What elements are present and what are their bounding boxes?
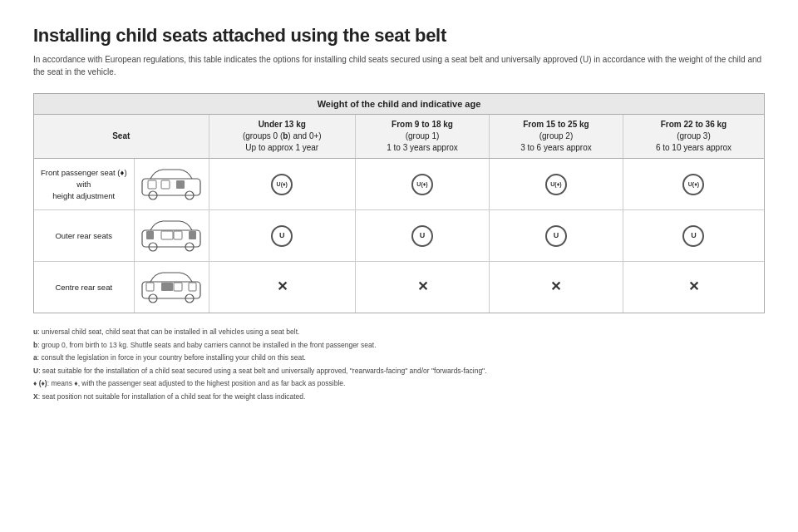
- footnote-5: ♦ (♦): means ♦, with the passenger seat …: [33, 378, 765, 390]
- cell-centre-2236: ✕: [623, 262, 764, 313]
- svg-rect-0: [142, 179, 200, 195]
- cell-centre-1525: ✕: [489, 262, 623, 313]
- car-diagram-outer-rear: [134, 210, 209, 262]
- cell-outer-918: U: [356, 210, 490, 262]
- cell-outer-1525: U: [489, 210, 623, 262]
- cell-centre-918: ✕: [356, 262, 490, 313]
- svg-rect-19: [161, 283, 173, 291]
- svg-rect-16: [174, 283, 182, 291]
- cell-outer-2236: U: [623, 210, 764, 262]
- cell-front-1525: U(♦): [489, 159, 623, 210]
- child-seat-table: Weight of the child and indicative age S…: [33, 93, 765, 313]
- table-row: Centre rear seat: [34, 262, 764, 313]
- svg-rect-10: [146, 231, 154, 239]
- table-sub-header-row: Seat Under 13 kg (groups 0 (b) and 0+)Up…: [34, 115, 764, 159]
- table-main-header-row: Weight of the child and indicative age: [34, 94, 764, 115]
- seat-label-outer-rear: Outer rear seats: [34, 210, 134, 262]
- svg-rect-3: [176, 180, 185, 189]
- table-row: Front passenger seat (♦) withheight adju…: [34, 159, 764, 210]
- page-title: Installing child seats attached using th…: [33, 25, 765, 47]
- table-row: Outer rear seats: [34, 210, 764, 262]
- col-header-9to18: From 9 to 18 kg (group 1)1 to 3 years ap…: [356, 115, 490, 159]
- main-header-cell: Weight of the child and indicative age: [34, 94, 764, 115]
- svg-rect-11: [189, 231, 196, 239]
- footnote-1: u: universal child seat, child seat that…: [33, 327, 765, 338]
- seat-label-centre-rear: Centre rear seat: [34, 262, 134, 313]
- svg-rect-17: [146, 283, 154, 291]
- svg-rect-5: [148, 180, 156, 189]
- footnote-4: U: seat suitable for the installation of…: [33, 366, 765, 377]
- footnote-2: b: group 0, from birth to 13 kg. Shuttle…: [33, 340, 765, 352]
- intro-text: In accordance with European regulations,…: [33, 53, 765, 78]
- svg-rect-9: [174, 231, 182, 239]
- svg-rect-4: [161, 180, 170, 189]
- footnote-6: X: seat position not suitable for instal…: [33, 392, 765, 403]
- cell-front-u13: U(♦): [209, 159, 356, 210]
- col-header-seat: Seat: [34, 115, 209, 159]
- cell-outer-u13: U: [209, 210, 356, 262]
- cell-front-918: U(♦): [356, 159, 490, 210]
- cell-centre-u13: ✕: [209, 262, 356, 313]
- svg-rect-12: [161, 231, 173, 239]
- col-header-22to36: From 22 to 36 kg (group 3)6 to 10 years …: [623, 115, 764, 159]
- col-header-15to25: From 15 to 25 kg (group 2)3 to 6 years a…: [489, 115, 623, 159]
- cell-front-2236: U(♦): [623, 159, 764, 210]
- svg-rect-18: [189, 283, 196, 291]
- car-diagram-front: [134, 159, 209, 210]
- col-header-under13: Under 13 kg (groups 0 (b) and 0+)Up to a…: [209, 115, 356, 159]
- footnotes-section: u: universal child seat, child seat that…: [33, 327, 765, 403]
- seat-label-front: Front passenger seat (♦) withheight adju…: [34, 159, 134, 210]
- footnote-3: a: consult the legislation in force in y…: [33, 352, 765, 364]
- car-diagram-centre-rear: [134, 262, 209, 313]
